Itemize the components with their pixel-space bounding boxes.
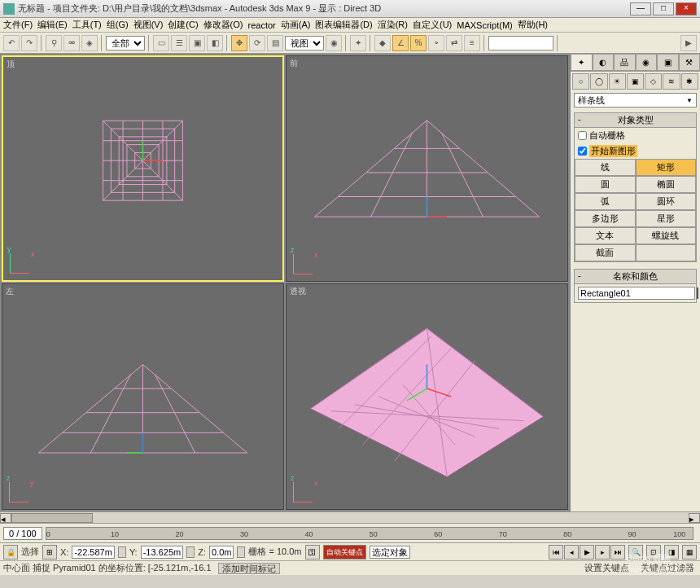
btn-line[interactable]: 线 [575,159,636,176]
x-field[interactable]: -22.587m [72,546,114,559]
redo-button[interactable]: ↷ [21,35,37,51]
btn-rectangle[interactable]: 矩形 [636,159,697,176]
next-frame-button[interactable]: ▸ [595,545,610,559]
set-key-button[interactable]: 设置关键点 [582,563,632,574]
move-button[interactable]: ✥ [231,35,247,51]
tab-utilities[interactable]: ⚒ [679,54,701,71]
subtab-shapes[interactable]: ◯ [590,73,607,90]
startnewshape-checkbox[interactable] [578,147,587,156]
viewport-scrollbar[interactable]: ◂▸ [0,511,700,523]
subtab-spacewarps[interactable]: ≋ [663,73,680,90]
menu-group[interactable]: 组(G) [107,19,129,31]
prev-frame-button[interactable]: ◂ [564,545,579,559]
subtab-cameras[interactable]: ▣ [627,73,644,90]
pivot-button[interactable]: ◉ [326,35,342,51]
viewport-top[interactable]: 顶 yx [2,55,284,282]
object-name-field[interactable] [578,287,695,300]
y-field[interactable]: -13.625m [141,546,183,559]
unlink-button[interactable]: ⚮ [63,35,80,51]
abs-rel-button[interactable]: ⊞ [42,545,57,559]
spinner-snap-button[interactable]: ⚬ [428,35,444,51]
z-field[interactable]: 0.0m [209,546,234,559]
time-tag-button[interactable]: 添加时间标记 [218,563,280,574]
percent-snap-button[interactable]: % [410,35,427,51]
subtab-lights[interactable]: ☀ [609,73,626,90]
lock-selection-button[interactable]: 🔒 [3,545,18,559]
btn-donut[interactable]: 圆环 [636,193,697,210]
angle-snap-button[interactable]: ∠ [392,35,409,51]
subtab-geometry[interactable]: ○ [572,73,589,90]
close-button[interactable]: × [676,2,697,15]
rollout-name-color[interactable]: -名称和颜色 [575,270,696,284]
fov-button[interactable]: ▦ [682,545,697,559]
minimize-button[interactable]: — [630,2,651,15]
btn-ngon[interactable]: 多边形 [575,210,636,227]
menu-reactor[interactable]: reactor [248,20,276,30]
render-button[interactable]: ▶ [680,35,697,51]
zoom-extents-button[interactable]: ◨ [664,545,679,559]
select-region-button[interactable]: ▣ [189,35,205,51]
btn-section[interactable]: 截面 [575,244,636,261]
tab-hierarchy[interactable]: 品 [614,54,636,71]
selection-filter[interactable]: 全部 [106,36,145,50]
goto-end-button[interactable]: ⏭ [610,545,625,559]
menu-modifiers[interactable]: 修改器(O) [203,19,243,31]
btn-arc[interactable]: 弧 [575,193,636,210]
btn-ellipse[interactable]: 椭圆 [636,176,697,193]
menu-help[interactable]: 帮助(H) [518,19,548,31]
key-target-select[interactable]: 选定对象 [370,546,410,559]
select-button[interactable]: ▭ [153,35,169,51]
undo-button[interactable]: ↶ [3,35,20,51]
select-manipulate-button[interactable]: ✦ [350,35,366,51]
rollout-object-type[interactable]: -对象类型 [575,113,696,128]
menu-tools[interactable]: 工具(T) [72,19,102,31]
btn-helix[interactable]: 螺旋线 [636,227,697,244]
play-button[interactable]: ▶ [580,545,594,559]
autogrid-checkbox[interactable] [578,131,587,140]
subtab-systems[interactable]: ✱ [681,73,698,90]
btn-star[interactable]: 星形 [636,210,697,227]
maximize-button[interactable]: □ [653,2,674,15]
btn-text[interactable]: 文本 [575,227,636,244]
zoom-all-button[interactable]: ⊡ [646,545,661,559]
key-mode-button[interactable]: ⚿ [305,545,320,559]
menu-file[interactable]: 文件(F) [3,19,33,31]
menu-grapheditors[interactable]: 图表编辑器(D) [315,19,372,31]
menu-animation[interactable]: 动画(A) [281,19,311,31]
time-slider[interactable]: 0 / 100 0 10 20 30 40 50 60 70 80 90 100 [0,523,700,542]
viewport-left[interactable]: 左 zy [2,283,284,510]
viewport-perspective[interactable]: 透视 zx [286,283,568,510]
key-filters-button[interactable]: 关键点过滤器 [638,563,697,574]
tab-display[interactable]: ▣ [657,54,679,71]
rotate-button[interactable]: ⟳ [249,35,265,51]
link-button[interactable]: ⚲ [46,35,62,51]
scale-button[interactable]: ▤ [267,35,283,51]
category-dropdown[interactable]: 样条线▼ [574,93,697,108]
menu-rendering[interactable]: 渲染(R) [378,19,408,31]
window-crossing-button[interactable]: ◧ [207,35,223,51]
mirror-button[interactable]: ⇄ [446,35,462,51]
object-color-swatch[interactable] [697,287,698,299]
subtab-helpers[interactable]: ◇ [645,73,662,90]
menu-customize[interactable]: 自定义(U) [413,19,452,31]
goto-start-button[interactable]: ⏮ [549,545,563,559]
frame-indicator[interactable]: 0 / 100 [3,527,42,540]
bind-button[interactable]: ◈ [81,35,98,51]
zoom-button[interactable]: 🔍 [628,545,643,559]
viewport-front[interactable]: 前 zx [286,55,568,282]
snap-button[interactable]: ◆ [374,35,391,51]
tab-modify[interactable]: ◐ [593,54,615,71]
auto-key-button[interactable]: 自动关键点 [323,545,366,559]
btn-circle[interactable]: 圆 [575,176,636,193]
menu-maxscript[interactable]: MAXScript(M) [457,20,512,30]
menu-edit[interactable]: 编辑(E) [37,19,68,31]
named-selection-set[interactable] [488,36,553,50]
menu-views[interactable]: 视图(V) [133,19,164,31]
ref-coord-system[interactable]: 视图 [285,36,324,50]
tab-motion[interactable]: ◉ [636,54,658,71]
menu-create[interactable]: 创建(C) [168,19,198,31]
align-button[interactable]: ≡ [464,35,480,51]
select-name-button[interactable]: ☰ [171,35,187,51]
time-track[interactable]: 0 10 20 30 40 50 60 70 80 90 100 [46,527,693,540]
tab-create[interactable]: ✦ [571,54,593,71]
